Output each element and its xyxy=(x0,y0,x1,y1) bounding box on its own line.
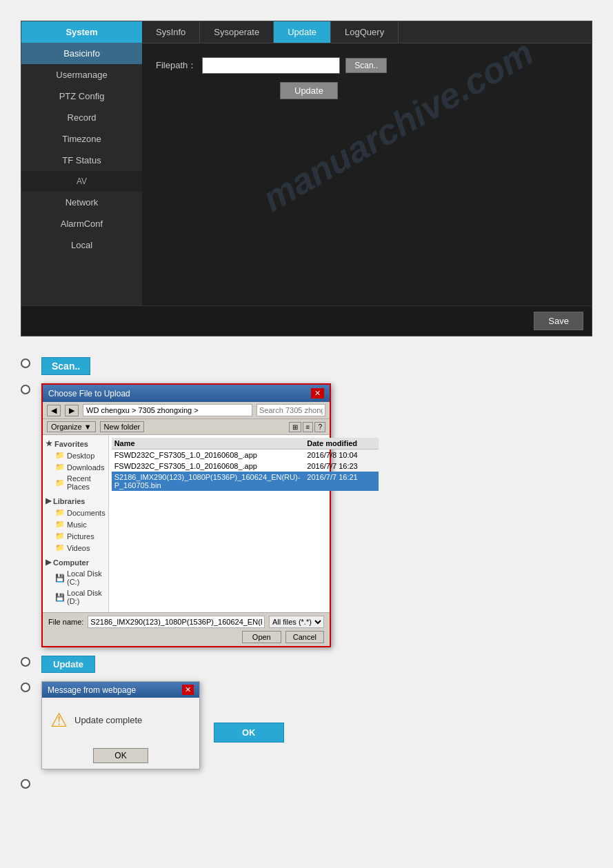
msg-ok-button[interactable]: OK xyxy=(93,748,148,763)
view-icon-1[interactable]: ⊞ xyxy=(289,422,301,432)
filepath-input[interactable] xyxy=(202,57,340,74)
content-area: SysInfo Sysoperate Update LogQuery Filep… xyxy=(142,21,592,305)
msg-dialog-body: ⚠ Update complete xyxy=(42,698,199,743)
dialog-actions: Open Cancel xyxy=(48,631,324,643)
tab-update[interactable]: Update xyxy=(274,21,331,43)
lower-section: Scan.. Choose File to Upload ✕ ◀ ▶ Organ… xyxy=(0,350,613,804)
folder-icon: 📁 xyxy=(55,520,65,529)
msg-dialog-title-bar: Message from webpage ✕ xyxy=(42,682,199,698)
file-dialog-bottom: File name: All files (*.*) Open Cancel xyxy=(43,612,330,646)
tab-bar: SysInfo Sysoperate Update LogQuery xyxy=(142,21,592,43)
tree-item-documents[interactable]: 📁 Documents xyxy=(46,507,105,518)
filetype-select[interactable]: All files (*.*) xyxy=(269,616,324,628)
folder-icon: 📁 xyxy=(55,451,65,460)
folder-icon: 📁 xyxy=(55,532,65,541)
sidebar-item-av[interactable]: AV xyxy=(21,171,142,192)
step4-row: Message from webpage ✕ ⚠ Update complete… xyxy=(21,681,592,769)
file-dialog: Choose File to Upload ✕ ◀ ▶ Organize ▼ N… xyxy=(41,383,331,647)
step1-row: Scan.. xyxy=(21,357,592,375)
file-row-1[interactable]: FSWD232C_FS7305_1.0_20160608_.app 2016/7… xyxy=(112,461,379,472)
tree-item-diskd[interactable]: 💾 Local Disk (D:) xyxy=(46,587,105,607)
sidebar-item-ptzconfig[interactable]: PTZ Config xyxy=(21,85,142,107)
filename-row: File name: All files (*.*) xyxy=(48,616,324,628)
tree-computer-header: ▶ Computer xyxy=(46,556,105,568)
sidebar-item-tfstatus[interactable]: TF Status xyxy=(21,150,142,171)
update-button[interactable]: Update xyxy=(280,82,338,99)
tree-computer: ▶ Computer 💾 Local Disk (C:) 💾 Local Dis… xyxy=(46,556,105,607)
tab-sysinfo[interactable]: SysInfo xyxy=(142,21,200,43)
sidebar: System Basicinfo Usermanage PTZ Config R… xyxy=(21,21,142,305)
new-folder-button[interactable]: New folder xyxy=(100,421,145,432)
file-tree: ★ Favorites 📁 Desktop 📁 Downloads 📁 xyxy=(43,435,109,612)
filepath-label: Filepath： xyxy=(156,59,197,72)
step3-content: Update xyxy=(41,656,95,673)
tree-item-downloads[interactable]: 📁 Downloads xyxy=(46,461,105,473)
panel-footer: Save xyxy=(21,305,592,336)
sidebar-item-system[interactable]: System xyxy=(21,21,142,43)
tree-item-videos[interactable]: 📁 Videos xyxy=(46,542,105,554)
organize-button[interactable]: Organize ▼ xyxy=(47,421,96,432)
step3-row: Update xyxy=(21,656,592,673)
file-dialog-close-button[interactable]: ✕ xyxy=(311,388,324,398)
msg-dialog-title-text: Message from webpage xyxy=(48,685,136,695)
file-dialog-toolbar: ◀ ▶ xyxy=(43,402,330,419)
address-bar[interactable] xyxy=(83,404,252,416)
tab-logquery[interactable]: LogQuery xyxy=(331,21,399,43)
folder-icon: 📁 xyxy=(55,508,65,517)
open-button[interactable]: Open xyxy=(242,631,281,643)
disk-icon: 💾 xyxy=(55,593,65,602)
filename-label: File name: xyxy=(48,618,83,626)
warning-icon: ⚠ xyxy=(50,709,68,731)
back-button[interactable]: ◀ xyxy=(47,405,61,416)
sidebar-item-alarmconf[interactable]: AlarmConf xyxy=(21,213,142,234)
forward-button[interactable]: ▶ xyxy=(65,405,79,416)
tree-item-music[interactable]: 📁 Music xyxy=(46,518,105,530)
step2-bullet xyxy=(21,385,30,394)
scan-label-display: Scan.. xyxy=(41,357,90,375)
view-icon-2[interactable]: ≡ xyxy=(303,422,314,432)
tree-favorites-header: ★ Favorites xyxy=(46,438,105,450)
file-dialog-body: ★ Favorites 📁 Desktop 📁 Downloads 📁 xyxy=(43,435,330,612)
cancel-button[interactable]: Cancel xyxy=(285,631,324,643)
file-dialog-title-bar: Choose File to Upload ✕ xyxy=(43,385,330,402)
file-dialog-title-text: Choose File to Upload xyxy=(48,389,130,398)
tree-item-recent[interactable]: 📁 Recent Places xyxy=(46,473,105,492)
sidebar-item-network[interactable]: Network xyxy=(21,192,142,213)
scan-button[interactable]: Scan.. xyxy=(345,58,387,73)
step5-row xyxy=(21,778,592,789)
step1-content: Scan.. xyxy=(41,357,90,375)
tree-item-diskc[interactable]: 💾 Local Disk (C:) xyxy=(46,568,105,587)
ok-label-display[interactable]: OK xyxy=(214,723,284,743)
folder-icon: 📁 xyxy=(55,478,65,487)
file-dialog-toolbar2: Organize ▼ New folder ⊞ ≡ ? xyxy=(43,419,330,435)
tree-libraries-header: ▶ Libraries xyxy=(46,495,105,507)
update-label-display: Update xyxy=(41,656,95,673)
tree-item-pictures[interactable]: 📁 Pictures xyxy=(46,530,105,542)
panel-top: System Basicinfo Usermanage PTZ Config R… xyxy=(21,21,592,305)
tree-favorites: ★ Favorites 📁 Desktop 📁 Downloads 📁 xyxy=(46,438,105,492)
sidebar-item-record[interactable]: Record xyxy=(21,107,142,128)
sidebar-item-local[interactable]: Local xyxy=(21,234,142,256)
message-dialog: Message from webpage ✕ ⚠ Update complete… xyxy=(41,681,200,769)
step3-bullet xyxy=(21,657,30,667)
sidebar-item-usermanage[interactable]: Usermanage xyxy=(21,64,142,85)
msg-dialog-close-button[interactable]: ✕ xyxy=(182,685,194,695)
file-row-0[interactable]: FSWD232C_FS7305_1.0_20160608_.app 2016/7… xyxy=(112,450,379,461)
sidebar-item-basicinfo[interactable]: Basicinfo xyxy=(21,43,142,64)
sidebar-item-timezone[interactable]: Timezone xyxy=(21,128,142,150)
file-list-header: Name Date modified xyxy=(112,438,379,450)
tab-sysoperate[interactable]: Sysoperate xyxy=(200,21,274,43)
search-input[interactable] xyxy=(257,404,325,416)
update-btn-row: Update xyxy=(156,82,578,99)
view-icon-3[interactable]: ? xyxy=(314,422,325,432)
file-row-2[interactable]: S2186_IMX290(123)_1080P(1536P)_160624_EN… xyxy=(112,472,379,491)
save-button[interactable]: Save xyxy=(534,312,583,330)
step5-bullet xyxy=(21,779,30,789)
tree-item-desktop[interactable]: 📁 Desktop xyxy=(46,450,105,461)
step2-row: Choose File to Upload ✕ ◀ ▶ Organize ▼ N… xyxy=(21,383,592,647)
disk-icon: 💾 xyxy=(55,574,65,583)
tree-libraries: ▶ Libraries 📁 Documents 📁 Music 📁 xyxy=(46,495,105,554)
filepath-row: Filepath： Scan.. xyxy=(156,57,578,74)
filename-input[interactable] xyxy=(88,616,265,628)
msg-dialog-text: Update complete xyxy=(74,715,142,725)
